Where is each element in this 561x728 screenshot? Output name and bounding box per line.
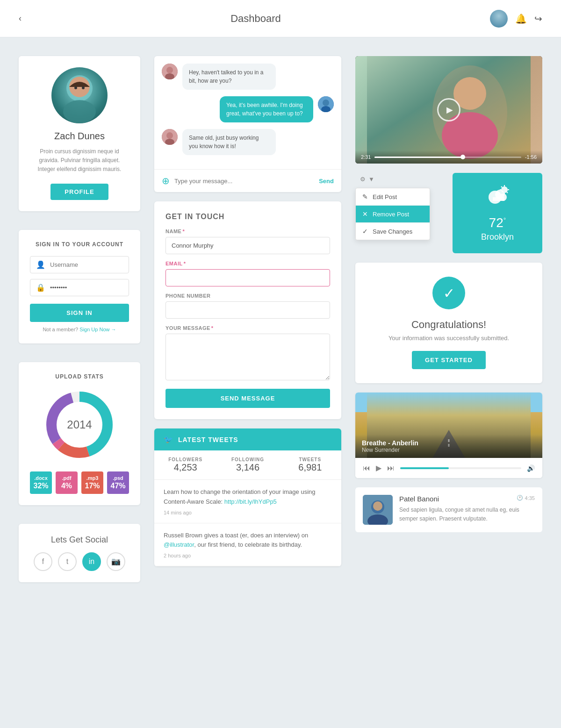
commenter-avatar: [363, 495, 393, 525]
video-overlay[interactable]: [355, 56, 542, 164]
comment-header: Patel Banoni 🕐 4:35: [399, 495, 535, 503]
congrats-title: Congratulations!: [367, 319, 531, 331]
svg-point-17: [166, 132, 173, 139]
message-group: YOUR MESSAGE*: [165, 325, 330, 382]
play-pause-icon[interactable]: ▶: [376, 464, 381, 472]
donut-chart: 2014: [30, 387, 129, 462]
tweets-stats: FOLLOWERS 4,253 FOLLOWING 3,146 TWEETS 6…: [154, 450, 341, 480]
save-changes-item[interactable]: ✓ Save Changes: [356, 223, 430, 240]
music-album-name: New Surrender: [362, 447, 536, 453]
weather-dropdown-row: ⚙ ▼ ✎ Edit Post ✕ Remove Post ✓: [355, 173, 542, 253]
linkedin-icon[interactable]: in: [82, 552, 101, 571]
gear-icon: ⚙: [360, 176, 366, 183]
edit-post-item[interactable]: ✎ Edit Post: [356, 188, 430, 206]
chat-avatar-male: [318, 96, 334, 112]
contact-form-card: GET IN TOUCH NAME* EMAIL* PHONE NUMBER Y…: [154, 201, 341, 419]
volume-icon[interactable]: 🔊: [527, 464, 535, 472]
user-avatar[interactable]: [490, 10, 508, 28]
chat-input[interactable]: [174, 178, 314, 185]
donut-center-value: 2014: [67, 418, 92, 431]
dropdown-area: ⚙ ▼ ✎ Edit Post ✕ Remove Post ✓: [355, 173, 445, 186]
signin-title: SIGN IN TO YOUR ACCOUNT: [30, 241, 129, 248]
tweets-header: 🐦 LATEST TWEETS: [154, 428, 341, 450]
stats-title: UPLOAD STATS: [30, 373, 129, 380]
tweets-card: 🐦 LATEST TWEETS FOLLOWERS 4,253 FOLLOWIN…: [154, 428, 341, 566]
music-song-title: Breathe - Anberlin: [362, 439, 536, 447]
svg-line-32: [501, 186, 502, 187]
music-progress-fill: [400, 467, 449, 469]
tweet-item-1: Learn how to change the orientation of y…: [154, 480, 341, 523]
dropdown-trigger[interactable]: ⚙ ▼: [355, 173, 445, 186]
header-icons: 🔔 ↪: [490, 10, 542, 28]
weather-icon: [483, 184, 511, 212]
phone-label: PHONE NUMBER: [165, 293, 330, 299]
profile-card: Zach Dunes Proin cursus dignissim neque …: [19, 56, 140, 211]
main-container: Zach Dunes Proin cursus dignissim neque …: [0, 37, 561, 601]
weather-card: 72° Brooklyn: [453, 173, 542, 253]
bell-icon[interactable]: 🔔: [515, 13, 527, 24]
get-started-button[interactable]: GET STARTED: [412, 351, 486, 369]
profile-name: Zach Dunes: [30, 131, 129, 142]
email-input[interactable]: [165, 269, 330, 286]
chat-bubble-3: Same old, just busy working you know how…: [182, 129, 276, 155]
tweet-item-2: Russell Brown gives a toast (er, does an…: [154, 523, 341, 567]
twitter-icon[interactable]: t: [58, 552, 77, 571]
chat-messages: Hey, haven't talked to you in a bit, how…: [154, 56, 341, 169]
tweets-title: LATEST TWEETS: [178, 436, 238, 443]
tweet-link-2[interactable]: @illustrator: [164, 541, 194, 548]
password-input[interactable]: [50, 284, 123, 291]
username-input[interactable]: [50, 261, 123, 268]
remove-icon: ✕: [362, 210, 368, 218]
play-button[interactable]: [437, 98, 460, 121]
svg-point-11: [166, 67, 173, 73]
plus-icon[interactable]: ⊕: [162, 175, 170, 186]
exit-icon[interactable]: ↪: [534, 13, 542, 24]
name-group: NAME*: [165, 228, 330, 254]
send-button[interactable]: Send: [319, 178, 334, 185]
chat-avatar-female-2: [162, 129, 178, 145]
back-icon[interactable]: ‹: [19, 14, 22, 23]
phone-input[interactable]: [165, 301, 330, 319]
lock-icon: 🔒: [36, 283, 45, 292]
fast-forward-icon[interactable]: ⏭: [387, 464, 395, 472]
stat-docx: .docx 32%: [30, 471, 52, 494]
name-input[interactable]: [165, 237, 330, 254]
facebook-icon[interactable]: f: [34, 552, 52, 571]
comment-card: Patel Banoni 🕐 4:35 Sed sapien ligula, c…: [355, 487, 542, 532]
signup-text: Not a member? Sign Up Now →: [30, 327, 129, 332]
tweet-link-1[interactable]: http://bit.ly/lhYdPp5: [224, 498, 277, 505]
signin-button[interactable]: SIGN IN: [30, 304, 129, 322]
email-label: EMAIL*: [165, 261, 330, 266]
svg-point-4: [82, 86, 85, 89]
dropdown-arrow: ▼: [368, 176, 374, 183]
message-textarea[interactable]: [165, 334, 330, 380]
tweet-time-2: 2 hours ago: [164, 553, 332, 558]
camera-icon[interactable]: 📷: [107, 552, 125, 571]
svg-line-33: [507, 192, 508, 193]
svg-rect-26: [493, 197, 504, 201]
music-progress-bar[interactable]: [400, 467, 521, 469]
profile-button[interactable]: PROFILE: [50, 184, 108, 200]
edit-icon: ✎: [362, 193, 368, 200]
svg-point-1: [63, 100, 96, 123]
commenter-name: Patel Banoni: [399, 495, 439, 503]
tweets-count-stat: TWEETS 6,981: [279, 450, 341, 479]
rewind-icon[interactable]: ⏮: [363, 464, 370, 472]
twitter-bird-icon: 🐦: [164, 435, 173, 444]
remove-post-item[interactable]: ✕ Remove Post: [356, 206, 430, 223]
chat-card: Hey, haven't talked to you in a bit, how…: [154, 56, 341, 192]
header: ‹ Dashboard 🔔 ↪: [0, 0, 561, 37]
video-progress-dot: [460, 155, 465, 159]
send-message-button[interactable]: SEND MESSAGE: [165, 389, 330, 408]
dropdown-menu: ✎ Edit Post ✕ Remove Post ✓ Save Changes: [355, 188, 430, 240]
signup-link[interactable]: Sign Up Now →: [79, 327, 116, 332]
remove-post-label: Remove Post: [373, 211, 409, 218]
profile-avatar: [51, 67, 108, 123]
video-progress-bar[interactable]: [374, 157, 521, 158]
password-field-row: 🔒: [30, 279, 129, 296]
svg-point-3: [74, 86, 77, 89]
svg-point-39: [373, 501, 382, 511]
comment-text: Sed sapien ligula, congue sit amet nulla…: [399, 506, 535, 523]
header-title: Dashboard: [230, 13, 281, 25]
video-card[interactable]: 2:31 -1:56: [355, 56, 542, 164]
